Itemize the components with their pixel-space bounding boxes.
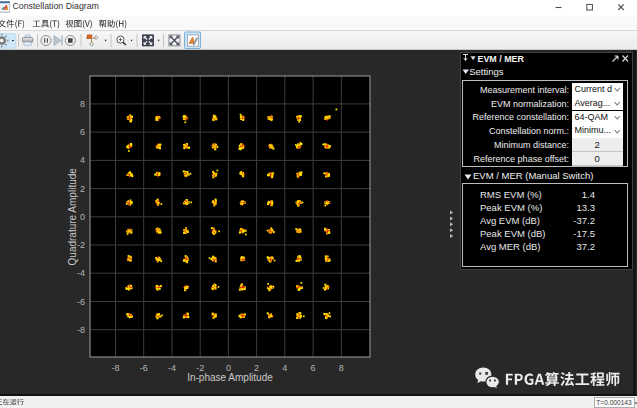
svg-text:-2: -2 [196,363,204,373]
svg-text:4: 4 [282,363,287,373]
svg-text:-6: -6 [77,297,85,307]
svg-text:-6: -6 [140,363,148,373]
svg-text:In-phase Amplitude: In-phase Amplitude [187,372,273,383]
svg-text:0: 0 [226,363,231,373]
svg-text:0: 0 [80,212,85,222]
svg-text:Quadrature Amplitude: Quadrature Amplitude [67,168,78,266]
svg-text:-2: -2 [77,240,85,250]
svg-text:2: 2 [254,363,259,373]
svg-text:2: 2 [80,184,85,194]
svg-text:-4: -4 [168,363,176,373]
svg-text:8: 8 [339,363,344,373]
svg-text:6: 6 [311,363,316,373]
svg-text:-4: -4 [77,268,85,278]
svg-text:-8: -8 [111,363,119,373]
svg-text:-8: -8 [77,325,85,335]
